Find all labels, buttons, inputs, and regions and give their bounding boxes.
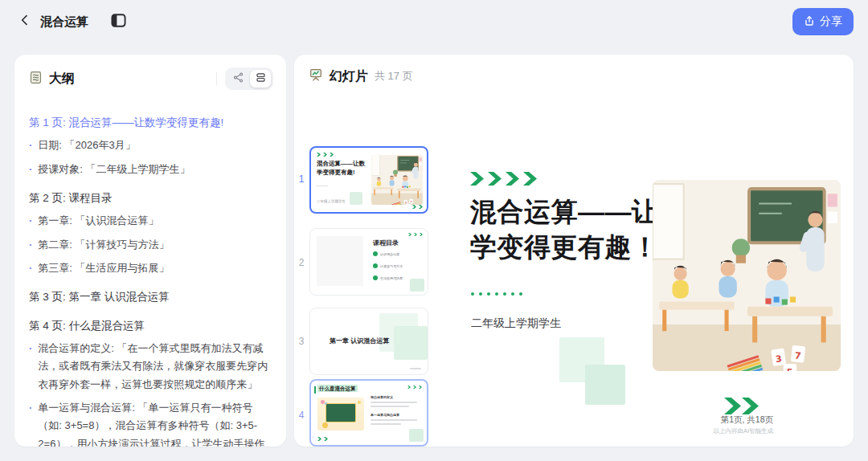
outline-title: 大纲 [49,71,75,88]
outline-bullet-row[interactable]: ·日期: 「2026年3月」 [29,137,272,154]
list-view-button[interactable] [250,70,271,88]
blackboard-illustration [317,398,364,430]
outline-view-switch [225,67,273,90]
chevron-deco-icon [724,398,759,414]
outline-bullet-row[interactable]: ·第三章: 「生活应用与拓展」 [29,259,272,277]
mindmap-view-button[interactable] [227,70,248,88]
share-button[interactable]: 分享 [792,8,854,35]
outline-header: 大纲 [14,55,286,96]
document-title: 混合运算 [40,14,88,30]
slide-preview-canvas[interactable]: 混合运算——让数学变得更有趣！ 二年级上学期学生 第1页, 共18页 以上内容由… [437,96,854,447]
outline-page-row[interactable]: 第 4 页: 什么是混合运算 [29,318,272,334]
outline-page-row[interactable]: 第 2 页: 课程目录 [29,190,272,206]
slide-subtitle: 二年级上学期学生 [471,316,561,331]
notebook-icon [29,71,43,88]
chevron-deco-icon [317,437,328,441]
outline-panel: 大纲 第 1 页: 混合运算——让数学变得更有趣! ·日期: 「2026年3月」… [14,55,286,447]
outline-bullet-row[interactable]: ·授课对象: 「二年级上学期学生」 [29,161,272,178]
sidebar-toggle-button[interactable] [108,11,129,32]
slide-thumbnail-1[interactable]: 混合运算——让数学变得更有趣! 二年级上学期学生 [309,146,428,214]
thumb-number: 1 [296,173,307,185]
share-button-label: 分享 [820,14,842,29]
easel-icon [309,67,323,85]
thumb-subtitle: 二年级上学期学生 [317,199,346,203]
share-icon [804,15,815,29]
back-icon [18,14,31,30]
page-indicator: 第1页, 共18页 [713,414,773,426]
slide-thumbnail-3[interactable]: 第一章 认识混合运算 [309,308,428,375]
outline-page-row[interactable]: 第 3 页: 第一章 认识混合运算 [29,289,272,305]
classroom-photo-small [371,155,423,205]
image-placeholder [317,236,363,286]
thumb-number: 2 [296,257,307,268]
dots-deco [471,292,522,296]
classroom-photo [653,180,841,371]
slides-title: 幻灯片 [330,68,368,85]
slides-panel: 幻灯片 共 17 页 1 2 3 4 混合运算——让数学变得更有趣! 二年级上学… [294,55,854,447]
outline-bullet-row[interactable]: ·单一运算与混合运算: 「单一运算只有一种符号（如: 3+5=8），混合运算有多… [29,399,272,447]
thumbnail-rail: 1 2 3 4 混合运算——让数学变得更有趣! 二年级上学期学生 课程目录 认识… [294,96,437,447]
chevron-deco-icon [470,172,537,186]
thumb-number: 4 [296,410,307,421]
outline-bullet-row[interactable]: ·第二章: 「计算技巧与方法」 [29,236,272,254]
chevron-deco-icon [317,153,334,157]
share-nodes-icon [233,71,244,86]
outline-bullet-row[interactable]: ·混合运算的定义: 「在一个算式里既有加法又有减法，或者既有乘法又有除法，就像穿… [29,340,272,394]
slides-count: 共 17 页 [375,69,413,84]
outline-list: 第 1 页: 混合运算——让数学变得更有趣! ·日期: 「2026年3月」 ·授… [14,96,286,447]
topbar: 混合运算 分享 [0,0,868,43]
thumb-title: 什么是混合运算 [317,386,358,393]
panel-left-icon [111,14,126,31]
slide-footer: 第1页, 共18页 以上内容由AI智能生成 [713,414,773,435]
thumb-title: 第一章 认识混合运算 [330,337,389,345]
divider [216,72,217,85]
thumb-number: 3 [296,336,307,347]
chevron-deco-icon [412,205,423,209]
chevron-deco-icon [407,386,422,389]
ai-watermark: 以上内容由AI智能生成 [713,427,773,435]
outline-bullet-row[interactable]: ·第一章: 「认识混合运算」 [29,212,272,230]
list-view-icon [256,71,266,86]
back-button[interactable] [14,11,35,32]
slide-thumbnail-4[interactable]: 什么是混合运算 混合运算的定义 单一运算与混合运算 [309,379,428,447]
outline-page-row[interactable]: 第 1 页: 混合运算——让数学变得更有趣! [29,115,272,131]
chevron-deco-icon [408,233,423,236]
thumb-title: 混合运算——让数学变得更有趣! [317,160,376,177]
slide-thumbnail-2[interactable]: 课程目录 认识混合运算 计算技巧与方法 生活应用与拓展 [309,228,428,296]
square-deco [585,365,625,405]
thumb-heading: 混合运算的定义 [371,395,393,399]
thumb-title: 课程目录 [373,239,399,247]
slides-header: 幻灯片 共 17 页 [294,55,854,92]
thumb-heading: 单一运算与混合运算 [371,413,399,417]
